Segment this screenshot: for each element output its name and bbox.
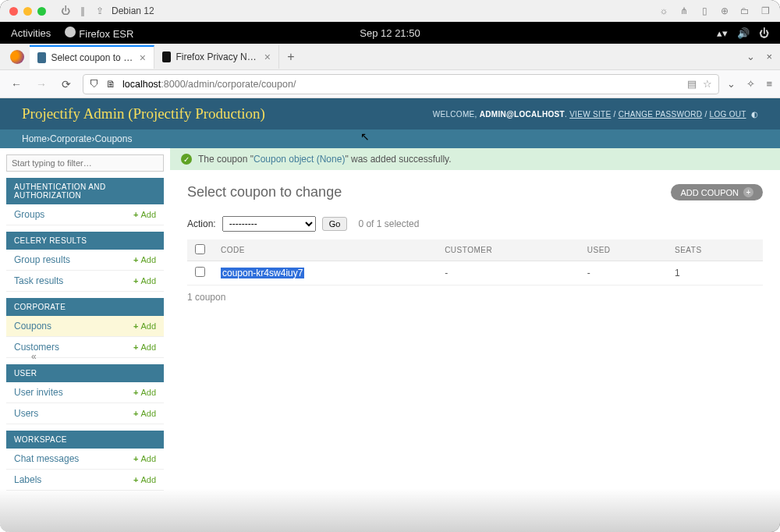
device-icon[interactable]: ▯ — [699, 5, 710, 16]
tab-coupons[interactable]: Select coupon to change × — [30, 45, 154, 69]
firefox-icon — [65, 27, 76, 37]
minimize-window-button[interactable] — [23, 7, 32, 16]
col-seats[interactable]: SEATS — [667, 239, 763, 261]
add-link[interactable]: Add — [133, 321, 156, 331]
sun-icon[interactable]: ☼ — [658, 5, 669, 16]
check-icon: ✓ — [181, 154, 192, 165]
os-label: Debian 12 — [112, 5, 154, 16]
add-link[interactable]: Add — [133, 475, 156, 484]
close-browser-icon[interactable]: × — [766, 51, 772, 62]
col-customer[interactable]: CUSTOMER — [437, 239, 580, 261]
username: ADMIN@LOCALHOST — [480, 110, 565, 119]
coupon-code-link[interactable]: coupon-kr4sw4iuy7 — [221, 268, 304, 278]
mozilla-favicon-icon — [162, 51, 171, 62]
change-password-link[interactable]: CHANGE PASSWORD — [619, 110, 703, 119]
activities-button[interactable]: Activities — [11, 27, 51, 39]
cell-seats: 1 — [667, 261, 763, 286]
view-site-link[interactable]: VIEW SITE — [569, 110, 611, 119]
breadcrumb-current: Coupons — [94, 133, 132, 144]
add-link[interactable]: Add — [133, 210, 156, 219]
coupon-table: CODE CUSTOMER USED SEATS coupon-kr4sw4iu… — [187, 239, 763, 286]
log-out-link[interactable]: LOG OUT — [710, 110, 746, 119]
add-link[interactable]: Add — [133, 409, 156, 418]
share-icon[interactable]: ⇪ — [94, 5, 105, 16]
close-tab-icon[interactable]: × — [264, 51, 271, 63]
current-app[interactable]: Firefox ESR — [65, 27, 133, 40]
sidebar-collapse-handle[interactable]: « — [31, 351, 37, 362]
power-menu-icon[interactable]: ⏻ — [759, 27, 769, 39]
add-link[interactable]: Add — [133, 276, 156, 286]
signal-icon[interactable]: ⋔ — [679, 5, 690, 16]
vm-titlebar: ⏻ ‖ ⇪ Debian 12 ☼ ⋔ ▯ ⊕ 🗀 ❐ — [0, 0, 780, 22]
url-input[interactable]: ⛉ 🗎 localhost:8000/admin/corporate/coupo… — [83, 74, 719, 94]
add-link[interactable]: Add — [133, 342, 156, 352]
site-info-icon[interactable]: 🗎 — [106, 79, 116, 90]
sidebar-item-users[interactable]: Users Add — [6, 403, 164, 424]
power-icon[interactable]: ⏻ — [60, 5, 71, 16]
tab-title: Firefox Privacy Notice — — [176, 51, 259, 62]
add-link[interactable]: Add — [133, 454, 156, 463]
network-icon[interactable]: ▴▾ — [717, 27, 728, 39]
sidebar-item-groups[interactable]: Groups Add — [6, 204, 164, 225]
maximize-window-button[interactable] — [37, 7, 46, 16]
tab-overflow-icon[interactable]: ⌄ — [746, 51, 755, 62]
back-button[interactable]: ← — [8, 78, 25, 90]
close-tab-icon[interactable]: × — [140, 51, 146, 64]
module-heading: CORPORATE — [6, 298, 164, 316]
hamburger-menu-icon[interactable]: ≡ — [766, 78, 772, 90]
sidebar-item-customers[interactable]: Customers Add — [6, 337, 164, 358]
success-object-link[interactable]: Coupon object (None) — [254, 154, 345, 165]
select-all-checkbox[interactable] — [195, 244, 205, 254]
gnome-top-bar: Activities Firefox ESR Sep 12 21:50 ▴▾ 🔊… — [0, 22, 780, 44]
pause-icon[interactable]: ‖ — [77, 5, 88, 16]
module-workspace: WORKSPACE Chat messages Add Labels Add — [6, 431, 164, 491]
sidebar-item-labels[interactable]: Labels Add — [6, 470, 164, 491]
module-heading: USER — [6, 364, 164, 382]
theme-toggle-icon[interactable]: ◐ — [751, 110, 758, 119]
bookmark-icon[interactable]: ☆ — [703, 78, 712, 90]
forward-button[interactable]: → — [33, 78, 50, 90]
col-used[interactable]: USED — [580, 239, 667, 261]
extensions-icon[interactable]: ✧ — [746, 78, 755, 90]
add-link[interactable]: Add — [133, 255, 156, 264]
globe-icon[interactable]: ⊕ — [719, 5, 730, 16]
tab-title: Select coupon to change — [51, 52, 134, 63]
close-window-button[interactable] — [9, 7, 18, 16]
folder-icon[interactable]: 🗀 — [739, 5, 750, 16]
sidebar-item-chat-messages[interactable]: Chat messages Add — [6, 449, 164, 470]
add-link[interactable]: Add — [133, 388, 156, 397]
action-select[interactable]: --------- — [222, 216, 316, 232]
module-auth: AUTHENTICATION AND AUTHORIZATION Groups … — [6, 178, 164, 225]
sidebar-item-user-invites[interactable]: User invites Add — [6, 382, 164, 403]
module-corporate: CORPORATE Coupons Add Customers Add — [6, 298, 164, 358]
address-bar-row: ← → ⟳ ⛉ 🗎 localhost:8000/admin/corporate… — [0, 70, 780, 98]
content-main: ✓ The coupon "Coupon object (None)" was … — [170, 148, 780, 532]
sidebar-filter-input[interactable] — [6, 154, 164, 172]
sidebar-item-coupons[interactable]: Coupons Add — [6, 316, 164, 337]
success-message: ✓ The coupon "Coupon object (None)" was … — [170, 148, 780, 170]
new-tab-button[interactable]: + — [279, 50, 303, 64]
cell-used: - — [580, 261, 667, 286]
clock[interactable]: Sep 12 21:50 — [360, 27, 420, 39]
volume-icon[interactable]: 🔊 — [737, 27, 750, 39]
col-code[interactable]: CODE — [213, 239, 437, 261]
row-checkbox[interactable] — [195, 267, 205, 277]
url-path: :8000/admin/corporate/coupon/ — [161, 79, 296, 90]
browser-window: Select coupon to change × Firefox Privac… — [0, 44, 780, 532]
admin-header: Projectify Admin (Projectify Production)… — [0, 98, 780, 129]
windows-icon[interactable]: ❐ — [760, 5, 771, 16]
module-heading: CELERY RESULTS — [6, 232, 164, 250]
tab-firefox-privacy[interactable]: Firefox Privacy Notice — × — [154, 45, 279, 69]
breadcrumb-corporate[interactable]: Corporate — [50, 133, 91, 144]
go-button[interactable]: Go — [322, 217, 348, 231]
url-host: localhost — [122, 79, 161, 90]
pocket-icon[interactable]: ⌄ — [727, 78, 736, 90]
selection-count: 0 of 1 selected — [358, 218, 419, 229]
shield-icon: ⛉ — [90, 79, 100, 90]
add-coupon-button[interactable]: ADD COUPON + — [671, 184, 763, 200]
sidebar-item-group-results[interactable]: Group results Add — [6, 250, 164, 271]
sidebar-item-task-results[interactable]: Task results Add — [6, 271, 164, 292]
reload-button[interactable]: ⟳ — [58, 78, 75, 90]
reader-mode-icon[interactable]: ▤ — [687, 78, 697, 90]
breadcrumb-home[interactable]: Home — [22, 133, 47, 144]
